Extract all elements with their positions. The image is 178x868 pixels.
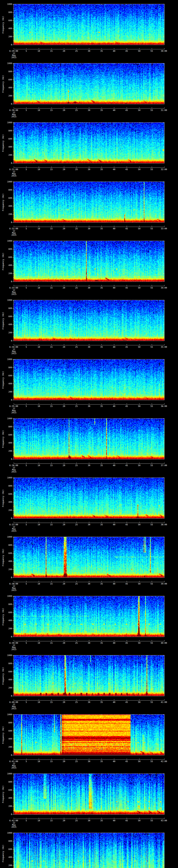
y-axis-title: Frequency (Hz)	[2, 368, 4, 392]
x-top-tick	[101, 655, 102, 656]
y-tick-label: 600	[5, 19, 12, 22]
y-right-tick	[163, 163, 164, 163]
y-major-tick	[12, 265, 13, 266]
x-tick-label: 5	[23, 819, 30, 822]
y-major-tick	[12, 63, 13, 64]
x-top-tick	[39, 123, 39, 123]
x-tick-label: 40	[111, 583, 118, 585]
y-right-tick	[163, 486, 164, 486]
date-line: 2015	[9, 530, 19, 532]
y-right-tick	[163, 680, 164, 680]
y-major-tick	[12, 443, 13, 443]
y-major-tick	[12, 316, 13, 317]
x-tick-label: 30	[86, 287, 92, 289]
date-label: 12May2015	[9, 585, 19, 591]
x-top-tick	[114, 833, 114, 834]
y-tick-label: 1000	[5, 773, 12, 775]
x-major-tick	[114, 462, 114, 464]
x-tick-label: 5	[23, 227, 30, 230]
y-tick-label: 800	[5, 662, 12, 665]
x-tick-label: 35	[98, 524, 105, 526]
x-major-tick	[139, 758, 140, 760]
x-major-tick	[39, 226, 39, 227]
y-major-tick	[12, 418, 13, 419]
y-tick-label: 400	[5, 442, 12, 444]
end-time-label: 37:00	[157, 464, 171, 467]
y-right-tick	[163, 857, 164, 858]
x-top-tick	[114, 4, 114, 5]
y-minor-tick	[13, 151, 13, 151]
y-major-tick	[12, 28, 13, 29]
x-top-tick	[164, 774, 165, 775]
y-axis-title: Frequency (Hz)	[2, 545, 4, 569]
x-tick-label: 10	[35, 761, 42, 763]
y-minor-tick	[13, 845, 13, 845]
x-tick-label: 55	[148, 405, 155, 407]
x-tick-label: 45	[123, 287, 130, 289]
y-tick-label: 1000	[5, 595, 12, 597]
y-tick-label: 600	[5, 848, 12, 850]
x-major-tick	[152, 758, 152, 760]
x-major-tick	[164, 758, 165, 760]
x-top-tick	[39, 715, 39, 715]
x-tick-label: 50	[136, 109, 143, 112]
x-top-tick	[39, 4, 39, 5]
x-tick-label: 45	[123, 819, 130, 822]
x-top-tick	[89, 359, 89, 360]
x-major-tick	[101, 699, 102, 700]
x-major-tick	[164, 166, 165, 167]
y-tick-label: 800	[5, 603, 12, 606]
date-line: 2015	[9, 175, 19, 177]
y-major-tick	[12, 273, 13, 274]
x-top-tick	[164, 241, 165, 242]
x-major-tick	[101, 166, 102, 167]
x-tick-label: 35	[98, 761, 105, 763]
end-time-label: 39:00	[157, 583, 171, 585]
x-top-tick	[39, 478, 39, 478]
x-major-tick	[152, 166, 152, 167]
y-major-tick	[12, 155, 13, 155]
plot-border	[13, 359, 165, 400]
x-tick-label: 50	[136, 701, 143, 704]
x-tick-label: 30	[86, 168, 92, 170]
x-top-tick	[101, 478, 102, 478]
y-right-tick	[163, 755, 164, 755]
x-major-tick	[139, 699, 140, 700]
y-right-tick	[163, 427, 164, 427]
x-tick-label: 55	[148, 50, 155, 52]
date-line: 2015	[9, 293, 19, 295]
x-major-tick	[89, 285, 89, 286]
plot-border	[13, 537, 165, 578]
y-right-tick	[163, 308, 164, 309]
x-top-tick	[164, 4, 165, 5]
x-tick-label: 15	[48, 287, 55, 289]
date-label: 12May2015	[9, 407, 19, 414]
x-tick-label: 10	[35, 50, 42, 52]
x-major-tick	[101, 758, 102, 760]
y-minor-tick	[13, 84, 13, 84]
x-tick-label: 15	[48, 524, 55, 526]
y-tick-label: 400	[5, 678, 12, 681]
y-major-tick	[12, 139, 13, 139]
y-axis-title: Frequency (Hz)	[2, 12, 4, 37]
x-top-tick	[139, 537, 140, 538]
plot-border	[13, 418, 165, 459]
x-tick-label: 40	[111, 50, 118, 52]
x-major-tick	[89, 166, 89, 167]
x-major-tick	[164, 699, 165, 700]
y-tick-label: 400	[5, 501, 12, 503]
y-right-tick	[163, 510, 164, 510]
x-top-tick	[114, 655, 114, 656]
date-label: 12May2015	[9, 822, 19, 828]
x-top-tick	[89, 833, 89, 834]
end-time-label: 30:00	[157, 50, 171, 52]
x-tick-label: 35	[98, 109, 105, 112]
x-tick-label: 25	[73, 405, 80, 407]
x-top-tick	[101, 833, 102, 834]
y-tick-label: 200	[5, 687, 12, 689]
x-top-tick	[39, 300, 39, 301]
x-top-tick	[114, 478, 114, 478]
y-major-tick	[12, 333, 13, 333]
x-tick-label: 55	[148, 287, 155, 289]
x-major-tick	[101, 581, 102, 582]
